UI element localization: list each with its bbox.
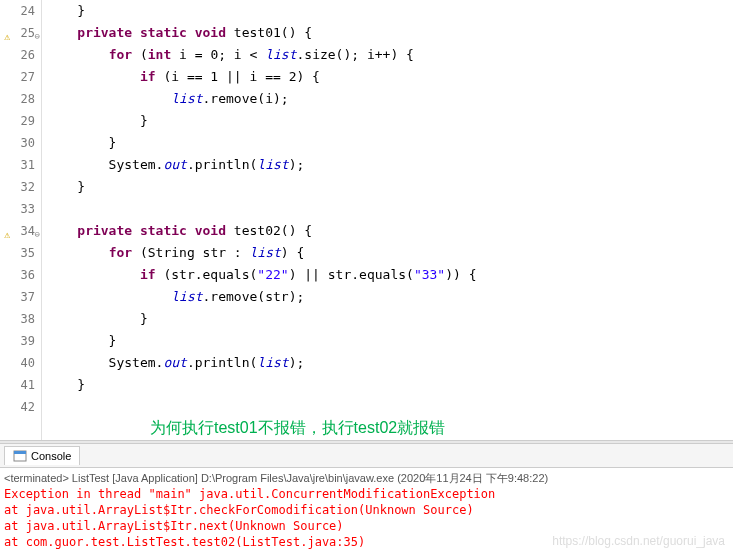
svg-rect-1 <box>14 451 26 454</box>
terminated-line: <terminated> ListTest [Java Application]… <box>4 470 729 486</box>
code-line[interactable]: System.out.println(list); <box>46 154 733 176</box>
tab-console-label: Console <box>31 450 71 462</box>
code-line[interactable]: } <box>46 330 733 352</box>
line-number: 41 <box>0 374 35 396</box>
stacktrace-line: at java.util.ArrayList$Itr.next(Unknown … <box>4 518 729 534</box>
code-line[interactable]: for (int i = 0; i < list.size(); i++) { <box>46 44 733 66</box>
code-line[interactable] <box>46 198 733 220</box>
line-number: 34⚠⊖ <box>0 220 35 242</box>
line-number: 38 <box>0 308 35 330</box>
code-line[interactable]: if (i == 1 || i == 2) { <box>46 66 733 88</box>
line-number: 35 <box>0 242 35 264</box>
line-number: 36 <box>0 264 35 286</box>
code-line[interactable]: } <box>46 110 733 132</box>
watermark: https://blog.csdn.net/guorui_java <box>552 534 725 548</box>
code-line[interactable]: list.remove(str); <box>46 286 733 308</box>
line-number: 42 <box>0 396 35 418</box>
line-number: 28 <box>0 88 35 110</box>
code-line[interactable]: } <box>46 132 733 154</box>
code-line[interactable]: private static void test01() { <box>46 22 733 44</box>
code-line[interactable] <box>46 396 733 418</box>
code-line[interactable]: } <box>46 308 733 330</box>
line-number: 24 <box>0 0 35 22</box>
code-line[interactable]: if (str.equals("22") || str.equals("33")… <box>46 264 733 286</box>
line-number: 29 <box>0 110 35 132</box>
warning-icon: ⚠ <box>0 224 10 236</box>
line-number: 32 <box>0 176 35 198</box>
console-tab-bar: Console <box>0 444 733 468</box>
line-number: 26 <box>0 44 35 66</box>
code-line[interactable]: list.remove(i); <box>46 88 733 110</box>
code-line[interactable]: } <box>46 0 733 22</box>
line-number: 33 <box>0 198 35 220</box>
line-number: 37 <box>0 286 35 308</box>
tab-console[interactable]: Console <box>4 446 80 465</box>
code-line[interactable]: private static void test02() { <box>46 220 733 242</box>
stacktrace-line: at java.util.ArrayList$Itr.checkForComod… <box>4 502 729 518</box>
line-number: 31 <box>0 154 35 176</box>
code-line[interactable]: } <box>46 374 733 396</box>
console-icon <box>13 449 27 463</box>
line-number: 25⚠⊖ <box>0 22 35 44</box>
code-line[interactable]: for (String str : list) { <box>46 242 733 264</box>
warning-icon: ⚠ <box>0 26 10 38</box>
line-number: 27 <box>0 66 35 88</box>
code-editor[interactable]: 2425⚠⊖262728293031323334⚠⊖35363738394041… <box>0 0 733 440</box>
stacktrace-line: Exception in thread "main" java.util.Con… <box>4 486 729 502</box>
annotation-overlay: 为何执行test01不报错，执行test02就报错 <box>150 418 445 439</box>
fold-icon[interactable]: ⊖ <box>28 25 40 37</box>
line-number: 39 <box>0 330 35 352</box>
line-number: 40 <box>0 352 35 374</box>
code-line[interactable]: System.out.println(list); <box>46 352 733 374</box>
line-number: 30 <box>0 132 35 154</box>
fold-icon[interactable]: ⊖ <box>28 223 40 235</box>
code-content[interactable]: } private static void test01() { for (in… <box>42 0 733 440</box>
code-line[interactable]: } <box>46 176 733 198</box>
line-gutter: 2425⚠⊖262728293031323334⚠⊖35363738394041… <box>0 0 42 440</box>
